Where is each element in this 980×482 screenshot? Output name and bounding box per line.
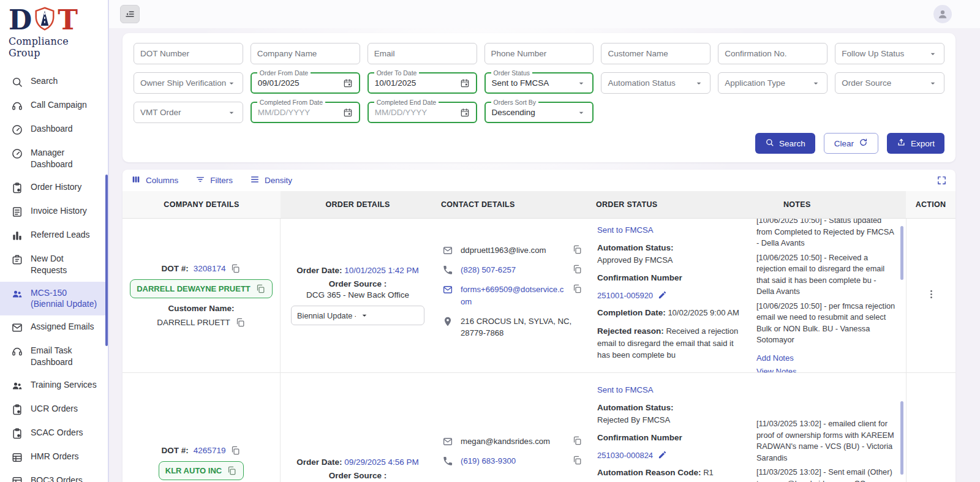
- sidebar-item-email-task-dashboard[interactable]: Email Task Dashboard: [0, 339, 108, 374]
- confirmation-number-label: Confirmation Number: [597, 433, 682, 442]
- order-date-link[interactable]: 10/01/2025 1:42 PM: [344, 266, 419, 275]
- confirmation-number-link[interactable]: 251030-000824: [597, 451, 653, 460]
- copy-icon[interactable]: [230, 263, 241, 274]
- chevron-down-icon: [576, 78, 586, 88]
- automation-status-value: Rejected By FMCSA: [597, 415, 670, 424]
- sidebar-item-training-services[interactable]: Training Services: [0, 374, 108, 397]
- fullscreen-icon[interactable]: [937, 175, 947, 186]
- sidebar-item-mcs-150-biennial-update[interactable]: MCS-150 (Biennial Update): [0, 282, 108, 316]
- filters-button[interactable]: Filters: [195, 175, 233, 186]
- user-avatar[interactable]: [933, 5, 952, 23]
- dot-number-link[interactable]: 3208174: [194, 264, 226, 273]
- sidebar-item-label: Manager Dashboard: [31, 147, 102, 170]
- columns-button[interactable]: Columns: [131, 175, 178, 186]
- sidebar-item-invoice-history[interactable]: Invoice History: [0, 200, 108, 224]
- order-date-link[interactable]: 09/29/2025 4:56 PM: [344, 458, 419, 467]
- copy-icon[interactable]: [235, 317, 246, 328]
- field-placeholder: VMT Order: [140, 108, 227, 117]
- column-header-contact-details[interactable]: CONTACT DETAILS: [435, 191, 590, 219]
- filter-confirmation-no[interactable]: Confirmation No.: [718, 43, 827, 64]
- contact-link[interactable]: (828) 507-6257: [461, 265, 516, 274]
- contact-text: megan@kandsrides.com: [461, 437, 550, 446]
- contact-link[interactable]: forms+669509@dotservice.com: [461, 285, 564, 306]
- column-header-company-details[interactable]: COMPANY DETAILS: [123, 191, 281, 219]
- search-button[interactable]: Search: [755, 133, 815, 154]
- filter-order-from-date[interactable]: Order From Date09/01/2025: [251, 72, 360, 94]
- column-header-notes[interactable]: NOTES: [749, 191, 906, 219]
- copy-icon[interactable]: [572, 455, 582, 465]
- view-notes-link[interactable]: View Notes: [756, 367, 896, 372]
- copy-icon[interactable]: [572, 284, 582, 294]
- export-button[interactable]: Export: [887, 133, 944, 154]
- order-status-link[interactable]: Sent to FMCSA: [597, 385, 654, 394]
- sidebar-collapse-button[interactable]: [120, 5, 140, 23]
- sidebar-item-call-campaign[interactable]: Call Campaign: [0, 94, 108, 118]
- contact-details-cell: ddpruett1963@live.com (828) 507-6257 for…: [435, 219, 590, 372]
- filter-automation-status[interactable]: Automation Status: [601, 72, 710, 94]
- sidebar-item-label: Search: [31, 75, 58, 87]
- filter-follow-up-status[interactable]: Follow Up Status: [835, 43, 944, 64]
- filter-dot-number[interactable]: DOT Number: [134, 43, 243, 64]
- table-row: DOT #: 4265719KLR AUTO INCOrder Date: 09…: [123, 373, 956, 482]
- edit-icon[interactable]: [658, 450, 667, 459]
- chevron-down-icon: [928, 78, 938, 88]
- sidebar-item-new-dot-requests[interactable]: New Dot Requests: [0, 247, 108, 282]
- density-button[interactable]: Density: [250, 175, 292, 186]
- filter-application-type[interactable]: Application Type: [718, 72, 827, 94]
- copy-icon[interactable]: [227, 465, 237, 476]
- dot-number-link[interactable]: 4265719: [194, 446, 226, 455]
- company-details-cell: DOT #: 4265719KLR AUTO INC: [123, 373, 281, 482]
- order-type-select[interactable]: Biennial Update - Currently D: [291, 306, 424, 325]
- filter-order-to-date[interactable]: Order To Date10/01/2025: [368, 72, 477, 94]
- chevron-down-icon: [227, 108, 236, 118]
- order-status-link[interactable]: Sent to FMCSA: [597, 225, 654, 235]
- sidebar-item-manager-dashboard[interactable]: Manager Dashboard: [0, 141, 108, 176]
- filter-phone-number[interactable]: Phone Number: [484, 43, 594, 64]
- sidebar-item-boc3-orders[interactable]: BOC3 Orders: [0, 469, 108, 482]
- filter-order-status[interactable]: Order StatusSent to FMCSA: [484, 72, 594, 94]
- filter-orders-sort-by[interactable]: Orders Sort ByDescending: [484, 102, 594, 123]
- notes-scrollbar[interactable]: [900, 226, 903, 280]
- filter-owner-ship-verification[interactable]: Owner Ship Verification: [134, 72, 243, 94]
- copy-icon[interactable]: [572, 435, 582, 446]
- sidebar-item-assigned-emails[interactable]: Assigned Emails: [0, 315, 108, 339]
- field-value: Descending: [492, 108, 577, 117]
- sidebar-item-search[interactable]: Search: [0, 70, 108, 94]
- notes-scrollbar[interactable]: [900, 401, 903, 475]
- edit-icon[interactable]: [658, 290, 667, 299]
- company-name-chip[interactable]: KLR AUTO INC: [159, 461, 244, 480]
- filter-company-name[interactable]: Company Name: [251, 43, 360, 64]
- copy-icon[interactable]: [230, 445, 241, 456]
- clipboard-icon: [11, 404, 23, 416]
- sidebar-item-dashboard[interactable]: Dashboard: [0, 118, 108, 141]
- company-name-chip[interactable]: DARRELL DEWAYNE PRUETT: [130, 279, 273, 298]
- order-date-label: Order Date:: [296, 458, 342, 467]
- note-entry: [11/03/2025 13:02] - Sent email (Other) …: [756, 467, 896, 482]
- add-notes-link[interactable]: Add Notes: [756, 353, 896, 363]
- sidebar-item-hmr-orders[interactable]: HMR Orders: [0, 445, 108, 469]
- refresh-icon: [859, 138, 868, 149]
- sidebar-item-order-history[interactable]: Order History: [0, 176, 108, 200]
- sidebar-item-ucr-orders[interactable]: UCR Orders: [0, 397, 108, 421]
- table-header-row: COMPANY DETAILSORDER DETAILSCONTACT DETA…: [123, 191, 956, 219]
- row-actions-menu-button[interactable]: [922, 287, 940, 304]
- filter-completed-from-date[interactable]: Completed From DateMM/DD/YYYY: [251, 102, 360, 123]
- column-header-action[interactable]: ACTION: [906, 191, 956, 219]
- copy-icon[interactable]: [255, 284, 266, 294]
- filter-customer-name[interactable]: Customer Name: [601, 43, 710, 64]
- contact-link[interactable]: (619) 683-9300: [461, 456, 516, 465]
- filter-vmt-order[interactable]: VMT Order: [134, 102, 243, 123]
- column-header-order-details[interactable]: ORDER DETAILS: [281, 191, 435, 219]
- sidebar-item-scac-orders[interactable]: SCAC Orders: [0, 421, 108, 445]
- sidebar-item-referred-leads[interactable]: Referred Leads: [0, 224, 108, 247]
- filter-order-source[interactable]: Order Source: [835, 72, 944, 94]
- confirmation-number-link[interactable]: 251001-005920: [597, 291, 653, 300]
- filter-completed-end-date[interactable]: Completed End DateMM/DD/YYYY: [368, 102, 477, 123]
- filter-actions: Search Clear Export: [134, 133, 944, 154]
- clear-button[interactable]: Clear: [824, 133, 878, 154]
- filter-email[interactable]: Email: [368, 43, 477, 64]
- copy-icon[interactable]: [572, 244, 582, 255]
- copy-icon[interactable]: [572, 264, 582, 274]
- sidebar-scrollbar[interactable]: [105, 175, 108, 346]
- column-header-order-status[interactable]: ORDER STATUS: [590, 191, 749, 219]
